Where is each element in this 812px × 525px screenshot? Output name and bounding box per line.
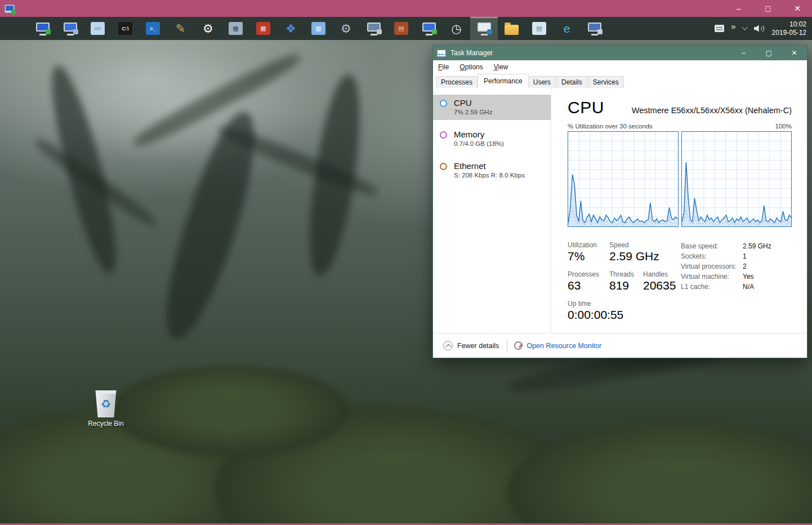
sidebar-item-cpu[interactable]: CPU 7% 2.59 GHz <box>433 95 551 120</box>
ethernet-mini-graph-icon <box>440 163 447 170</box>
task-scheduler-icon[interactable]: ◷ <box>443 17 470 40</box>
threads-value: 819 <box>609 279 629 292</box>
file-explorer-icon[interactable] <box>498 17 525 40</box>
administrative-tools-icon[interactable]: ▦ <box>249 17 277 40</box>
l1-cache-value: N/A <box>743 283 754 291</box>
computer-management-icon[interactable]: ▦ <box>222 17 249 40</box>
cpu-model-name: Westmere E56xx/L56xx/X56xx (Nehalem-C) <box>632 106 792 115</box>
tray-list-icon[interactable] <box>715 25 724 32</box>
menu-file[interactable]: File <box>438 63 449 71</box>
device-manager-icon[interactable] <box>360 17 387 40</box>
taskbar-clock[interactable]: 10:02 2019-05-12 <box>772 20 806 37</box>
wallpaper-moss <box>507 422 812 525</box>
memory-mini-graph-icon <box>440 131 447 139</box>
deployment-tool-icon[interactable]: ✎ <box>167 17 194 40</box>
minimize-button[interactable]: – <box>731 46 756 60</box>
virtual-processors-value: 2 <box>743 262 747 270</box>
tab-details[interactable]: Details <box>556 76 587 88</box>
task-manager-icon[interactable] <box>470 17 498 40</box>
cpu-graphs <box>568 131 792 227</box>
taskbar: ▭C:\>_✎⚙▦▦❖▥⚙▤◷▤e » 10:02 2019-05-12 <box>0 17 812 40</box>
chevron-up-circle-icon[interactable] <box>443 341 453 350</box>
network-places-icon[interactable] <box>415 17 443 40</box>
virtual-machine-label: Virtual machine: <box>681 273 743 281</box>
menu-bar: File Options View <box>433 60 807 74</box>
recycle-bin[interactable]: ♻ Recycle Bin <box>84 390 127 428</box>
sidebar-item-title: CPU <box>454 98 546 108</box>
sidebar-item-subtitle: 0.7/4.0 GB (18%) <box>454 140 546 147</box>
performance-pane: CPU 7% 2.59 GHz Memory 0.7/4.0 GB (18%) … <box>433 88 807 333</box>
menu-view[interactable]: View <box>494 63 508 71</box>
tab-users[interactable]: Users <box>528 76 556 88</box>
tray-overflow-icon[interactable]: » <box>731 21 735 31</box>
sockets-label: Sockets: <box>681 252 743 260</box>
tab-performance[interactable]: Performance <box>478 74 529 88</box>
task-manager-titlebar[interactable]: Task Manager – ▢ ✕ <box>433 46 807 60</box>
cpu-details: Base speed:2.59 GHz Sockets:1 Virtual pr… <box>681 242 771 293</box>
clock-time: 10:02 <box>772 20 806 29</box>
base-speed-value: 2.59 GHz <box>743 242 771 250</box>
speed-label: Speed <box>609 241 629 249</box>
sidebar-item-memory[interactable]: Memory 0.7/4.0 GB (18%) <box>433 126 551 152</box>
sidebar-item-title: Ethernet <box>454 161 546 171</box>
handles-label: Handles <box>643 270 668 278</box>
tab-services[interactable]: Services <box>588 76 624 88</box>
l1-cache-label: L1 cache: <box>681 283 743 291</box>
cpu-panel: CPU Westmere E56xx/L56xx/X56xx (Nehalem-… <box>552 88 807 333</box>
volume-icon[interactable] <box>754 24 765 33</box>
window-title: Task Manager <box>450 49 493 57</box>
support-tools-icon[interactable] <box>581 17 608 40</box>
footer-divider <box>507 340 507 352</box>
run-dialog-icon[interactable]: ▭ <box>84 17 111 40</box>
sidebar-item-subtitle: S: 208 Kbps R: 8.0 Kbps <box>454 172 546 179</box>
firewall-icon[interactable]: ▤ <box>387 17 415 40</box>
menu-options[interactable]: Options <box>459 63 483 71</box>
sidebar-item-subtitle: 7% 2.59 GHz <box>454 109 546 115</box>
task-manager-app-icon <box>437 50 446 57</box>
tab-processes[interactable]: Processes <box>436 76 478 88</box>
internet-explorer-icon[interactable]: e <box>553 17 581 40</box>
sidebar-item-title: Memory <box>454 130 546 139</box>
processes-value: 63 <box>568 279 581 292</box>
start-icon[interactable] <box>1 17 29 40</box>
recycle-symbol-icon: ♻ <box>101 397 111 411</box>
utilization-label: Utilization <box>568 241 597 249</box>
cpu-stats: Utilization 7% Speed 2.59 GHz Processes … <box>568 241 792 331</box>
rdp-minimize-button[interactable]: – <box>724 0 753 17</box>
cpu-graph-core1[interactable] <box>681 131 792 227</box>
rdp-maximize-button[interactable]: ▢ <box>753 0 783 17</box>
recycle-bin-label: Recycle Bin <box>84 420 127 428</box>
sidebar-item-ethernet[interactable]: Ethernet S: 208 Kbps R: 8.0 Kbps <box>433 158 551 183</box>
control-panel-icon[interactable]: ▥ <box>305 17 332 40</box>
graph-caption: % Utilization over 30 seconds <box>568 123 653 130</box>
cpu-graph-core0[interactable] <box>568 131 679 227</box>
taskbar-icons: ▭C:\>_✎⚙▦▦❖▥⚙▤◷▤e <box>0 17 608 40</box>
settings-icon[interactable]: ⚙ <box>194 17 222 40</box>
utilization-value: 7% <box>568 250 585 263</box>
open-resource-monitor-link[interactable]: Open Resource Monitor <box>527 342 601 350</box>
maximize-button[interactable]: ▢ <box>756 46 782 60</box>
performance-sidebar: CPU 7% 2.59 GHz Memory 0.7/4.0 GB (18%) … <box>433 88 551 333</box>
command-prompt-icon[interactable]: C:\ <box>111 17 139 40</box>
registry-editor-icon[interactable]: ❖ <box>277 17 305 40</box>
remote-computer-icon[interactable] <box>56 17 84 40</box>
clock-date: 2019-05-12 <box>772 29 806 37</box>
powershell-icon[interactable]: >_ <box>139 17 167 40</box>
notepad-icon[interactable]: ▤ <box>525 17 553 40</box>
services-icon[interactable]: ⚙ <box>332 17 360 40</box>
uptime-label: Up time <box>568 300 591 308</box>
rdp-titlebar[interactable]: – ▢ ✕ <box>0 0 812 17</box>
virtual-machine-value: Yes <box>743 273 754 281</box>
remote-desktop-icon[interactable] <box>29 17 56 40</box>
rdp-close-button[interactable]: ✕ <box>783 0 812 17</box>
tab-strip: Processes Performance Users Details Serv… <box>433 74 807 88</box>
hidden-icons-chevron[interactable] <box>742 24 747 30</box>
base-speed-label: Base speed: <box>681 242 743 250</box>
virtual-processors-label: Virtual processors: <box>681 262 743 270</box>
cpu-mini-graph-icon <box>440 100 447 107</box>
close-button[interactable]: ✕ <box>782 46 807 60</box>
uptime-value: 0:00:00:55 <box>568 308 623 322</box>
fewer-details-button[interactable]: Fewer details <box>457 342 499 350</box>
speed-value: 2.59 GHz <box>609 250 659 263</box>
threads-label: Threads <box>609 270 634 278</box>
